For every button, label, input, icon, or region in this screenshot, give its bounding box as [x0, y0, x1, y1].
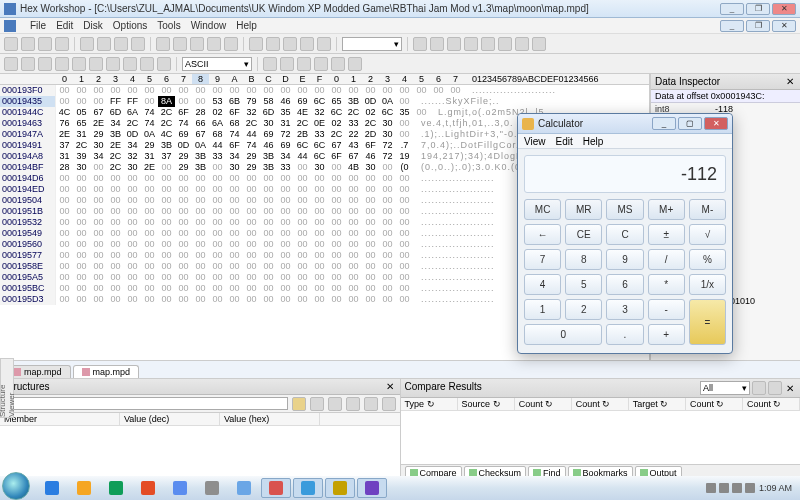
toolbar1-btn-4[interactable] — [80, 37, 94, 51]
hex-byte[interactable]: 00 — [379, 184, 396, 195]
hex-byte[interactable]: 30 — [226, 162, 243, 173]
hex-byte[interactable]: 3B — [260, 151, 277, 162]
hex-byte[interactable]: 22 — [345, 129, 362, 140]
hex-byte[interactable]: 00 — [209, 162, 226, 173]
calc-key-*[interactable]: * — [648, 274, 685, 295]
hex-byte[interactable]: 6F — [175, 107, 192, 118]
hex-byte[interactable]: 00 — [90, 85, 107, 96]
hex-byte[interactable]: 00 — [328, 272, 345, 283]
calc-key-6[interactable]: 6 — [606, 274, 643, 295]
toolbar1-btn-b7[interactable] — [532, 37, 546, 51]
toolbar1-btn-b2[interactable] — [447, 37, 461, 51]
hex-byte[interactable]: 33 — [345, 118, 362, 129]
hex-col-0-16[interactable]: 0 — [328, 74, 345, 84]
hex-byte[interactable]: 0A — [141, 129, 158, 140]
hex-byte[interactable]: 00 — [362, 184, 379, 195]
hex-byte[interactable]: 00 — [311, 184, 328, 195]
hex-byte[interactable]: 44 — [294, 151, 311, 162]
toolbar1-btn-b3[interactable] — [464, 37, 478, 51]
hex-byte[interactable]: 02 — [328, 118, 345, 129]
hex-byte[interactable]: 6F — [328, 151, 345, 162]
hex-byte[interactable]: 3B — [158, 140, 175, 151]
hex-byte[interactable]: 6B — [226, 96, 243, 107]
hex-ascii[interactable]: ve.4,t,tfjh,01,..3,0. — [413, 118, 514, 129]
hex-byte[interactable]: 6A — [124, 107, 141, 118]
hex-byte[interactable]: 00 — [294, 228, 311, 239]
hex-byte[interactable]: 00 — [226, 228, 243, 239]
hex-byte[interactable]: 00 — [107, 261, 124, 272]
toolbar2-btn-a9[interactable] — [157, 57, 171, 71]
start-button[interactable] — [2, 472, 30, 500]
hex-byte[interactable]: 00 — [294, 206, 311, 217]
calc-key-/[interactable]: / — [648, 249, 685, 270]
hex-byte[interactable]: 2E — [56, 129, 73, 140]
hex-byte[interactable]: 00 — [175, 206, 192, 217]
hex-byte[interactable]: 69 — [175, 129, 192, 140]
menu-edit[interactable]: Edit — [56, 20, 73, 31]
taskbar-item-1[interactable] — [69, 478, 99, 498]
hex-byte[interactable]: 00 — [209, 173, 226, 184]
hex-byte[interactable]: 30 — [124, 162, 141, 173]
hex-byte[interactable]: 0D — [124, 129, 141, 140]
hex-byte[interactable]: 00 — [379, 228, 396, 239]
hex-addr[interactable]: 000195D3 — [0, 294, 56, 305]
hex-byte[interactable]: 00 — [107, 206, 124, 217]
calculator-minimize-button[interactable]: _ — [652, 117, 676, 130]
hex-byte[interactable]: 00 — [379, 283, 396, 294]
hex-byte[interactable]: 2B — [294, 129, 311, 140]
hex-byte[interactable]: 00 — [260, 228, 277, 239]
toolbar2-btn-b4[interactable] — [331, 57, 345, 71]
hex-byte[interactable]: 00 — [413, 107, 430, 118]
hex-byte[interactable]: 00 — [209, 261, 226, 272]
hex-byte[interactable]: 00 — [396, 261, 413, 272]
hex-byte[interactable]: 6C — [379, 107, 396, 118]
hex-byte[interactable]: 00 — [226, 85, 243, 96]
calculator-titlebar[interactable]: Calculator _ ▢ ✕ — [518, 114, 732, 134]
hex-byte[interactable]: 00 — [90, 294, 107, 305]
hex-byte[interactable]: 00 — [277, 261, 294, 272]
hex-addr[interactable]: 000193F0 — [0, 85, 56, 96]
toolbar1-btn-7[interactable] — [131, 37, 145, 51]
hex-byte[interactable]: 00 — [226, 283, 243, 294]
toolbar1-btn-10[interactable] — [190, 37, 204, 51]
hex-byte[interactable]: 74 — [141, 107, 158, 118]
hex-byte[interactable]: 00 — [56, 228, 73, 239]
hex-byte[interactable]: 00 — [124, 184, 141, 195]
hex-byte[interactable]: 00 — [141, 272, 158, 283]
hex-byte[interactable]: 00 — [243, 85, 260, 96]
hex-byte[interactable]: 00 — [209, 272, 226, 283]
hex-ascii[interactable]: 7,0.4);..DotFillgCor.7 — [413, 140, 526, 151]
hex-byte[interactable]: 00 — [158, 239, 175, 250]
hex-byte[interactable]: 00 — [243, 228, 260, 239]
hex-byte[interactable]: 00 — [345, 195, 362, 206]
toolbar1-btn-1[interactable] — [21, 37, 35, 51]
toolbar2-btn-a5[interactable] — [89, 57, 103, 71]
hex-byte[interactable]: 00 — [396, 217, 413, 228]
hex-byte[interactable]: 00 — [243, 283, 260, 294]
hex-byte[interactable]: 00 — [447, 85, 464, 96]
hex-byte[interactable]: 00 — [175, 239, 192, 250]
hex-byte[interactable]: 72 — [277, 129, 294, 140]
hex-byte[interactable]: 00 — [311, 206, 328, 217]
hex-addr[interactable]: 000194A8 — [0, 151, 56, 162]
clock[interactable]: 1:09 AM — [759, 483, 792, 493]
hex-byte[interactable]: 00 — [379, 173, 396, 184]
hex-byte[interactable]: 00 — [277, 173, 294, 184]
calc-key-8[interactable]: 8 — [565, 249, 602, 270]
hex-byte[interactable]: 00 — [158, 283, 175, 294]
hex-byte[interactable]: 00 — [158, 173, 175, 184]
calc-key-MR[interactable]: MR — [565, 199, 602, 220]
hex-byte[interactable]: 00 — [175, 228, 192, 239]
toolbar2-btn-b2[interactable] — [297, 57, 311, 71]
hex-byte[interactable]: 00 — [396, 195, 413, 206]
hex-col-D-13[interactable]: D — [277, 74, 294, 84]
hex-byte[interactable]: 00 — [175, 96, 192, 107]
hex-byte[interactable]: 00 — [90, 239, 107, 250]
mdi-close-button[interactable]: ✕ — [772, 20, 796, 32]
hex-byte[interactable]: 00 — [158, 85, 175, 96]
hex-byte[interactable]: 34 — [90, 151, 107, 162]
hex-byte[interactable]: 19 — [396, 151, 413, 162]
hex-byte[interactable]: 4B — [345, 162, 362, 173]
hex-byte[interactable]: 58 — [260, 96, 277, 107]
taskbar-item-2[interactable] — [101, 478, 131, 498]
